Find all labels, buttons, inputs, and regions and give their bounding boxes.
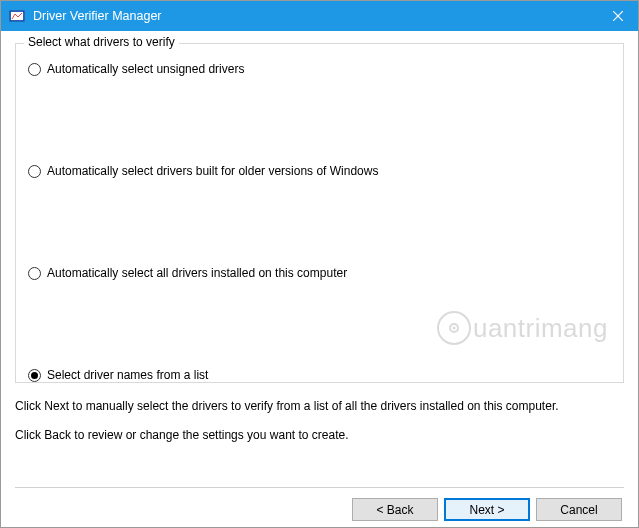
driver-selection-group: Select what drivers to verify Automatica… bbox=[15, 43, 624, 383]
app-icon bbox=[9, 8, 25, 24]
radio-option-select-from-list[interactable]: Select driver names from a list bbox=[28, 368, 611, 382]
back-button[interactable]: < Back bbox=[352, 498, 438, 521]
radio-label: Select driver names from a list bbox=[47, 368, 208, 382]
dialog-content: Select what drivers to verify Automatica… bbox=[1, 31, 638, 479]
next-button[interactable]: Next > bbox=[444, 498, 530, 521]
cancel-button[interactable]: Cancel bbox=[536, 498, 622, 521]
radio-icon bbox=[28, 63, 41, 76]
radio-label: Automatically select drivers built for o… bbox=[47, 164, 378, 178]
radio-option-older-windows[interactable]: Automatically select drivers built for o… bbox=[28, 164, 611, 178]
groupbox-label: Select what drivers to verify bbox=[24, 35, 179, 49]
radio-label: Automatically select unsigned drivers bbox=[47, 62, 244, 76]
radio-option-unsigned[interactable]: Automatically select unsigned drivers bbox=[28, 62, 611, 76]
instruction-text: Click Next to manually select the driver… bbox=[15, 397, 624, 445]
radio-icon bbox=[28, 369, 41, 382]
titlebar: Driver Verifier Manager bbox=[1, 1, 638, 31]
close-button[interactable] bbox=[598, 1, 638, 31]
radio-option-all-drivers[interactable]: Automatically select all drivers install… bbox=[28, 266, 611, 280]
instruction-line: Click Back to review or change the setti… bbox=[15, 426, 624, 445]
radio-label: Automatically select all drivers install… bbox=[47, 266, 347, 280]
radio-icon bbox=[28, 165, 41, 178]
window-title: Driver Verifier Manager bbox=[33, 9, 598, 23]
close-icon bbox=[613, 11, 623, 21]
wizard-button-row: < Back Next > Cancel bbox=[1, 488, 638, 528]
instruction-line: Click Next to manually select the driver… bbox=[15, 397, 624, 416]
radio-icon bbox=[28, 267, 41, 280]
